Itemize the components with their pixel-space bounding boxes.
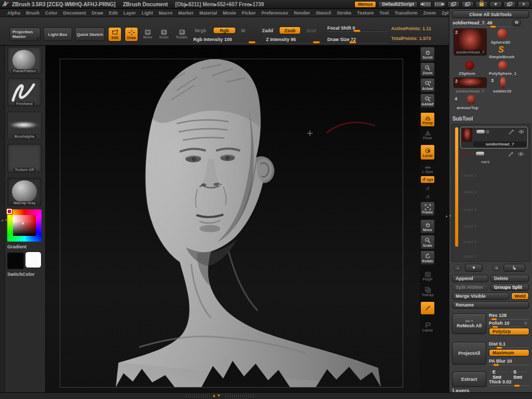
xyz-rotate-button[interactable]: ↺ xyz <box>420 176 435 183</box>
armourtop-icon[interactable] <box>467 95 475 104</box>
lsym-button[interactable]: L.Sym <box>420 164 435 175</box>
clone-all-subtools-button[interactable]: Clone All SubTools <box>452 10 529 18</box>
persp-button[interactable]: Persp <box>420 112 435 127</box>
zcut-button[interactable]: Zcut <box>304 28 318 34</box>
lasso-button[interactable]: Lasso <box>420 320 435 334</box>
focal-shift-slider[interactable]: Focal Shift 0 <box>326 25 388 32</box>
subtool-prev-button[interactable]: ◀ <box>492 264 500 271</box>
split-hidden-button[interactable]: Split Hidden <box>452 284 488 291</box>
menu-edit[interactable]: Edit <box>109 10 118 16</box>
default-zscript-button[interactable]: DefaultZScript <box>378 1 418 8</box>
current-alpha-thumbnail[interactable]: Brushalpha <box>7 112 42 139</box>
scale-view-button[interactable]: Scale <box>420 235 435 249</box>
menu-light[interactable]: Light <box>142 10 153 16</box>
rgb-button[interactable]: Rgb <box>213 27 236 34</box>
active-tool-thumbnail[interactable]: 2 soldierHead_7 <box>454 29 487 56</box>
main-color-swatch[interactable] <box>7 252 24 269</box>
current-texture-thumbnail[interactable]: Texture Off <box>7 144 42 172</box>
scale-button[interactable]: S Scale <box>157 27 170 42</box>
light-box-button[interactable]: Light Box <box>43 28 72 41</box>
edit-button[interactable]: Edit <box>108 27 122 42</box>
ears-eye-icon[interactable] <box>517 152 524 156</box>
subtool-item-faint-3[interactable]: head 4 <box>463 207 476 212</box>
projectall-button[interactable]: ProjectAll <box>452 342 486 365</box>
pager-right-button[interactable]: ∣∣∣∣▶ <box>433 1 446 8</box>
menu-draw[interactable]: Draw <box>92 10 103 16</box>
menu-texture[interactable]: Texture <box>357 10 374 16</box>
sphere3d-icon[interactable] <box>497 29 508 39</box>
delete-button[interactable]: Delete <box>490 275 529 282</box>
subtool-insert-button[interactable]: ↳ <box>503 264 525 272</box>
menu-stroke[interactable]: Stroke <box>337 10 351 16</box>
current-stroke-thumbnail[interactable]: Freehand <box>7 78 42 107</box>
pager-left-button[interactable]: ◀∣∣∣∣ <box>419 1 432 8</box>
eye-icon[interactable] <box>518 129 525 134</box>
menu-tool[interactable]: Tool <box>379 10 389 16</box>
menu-zoom[interactable]: Zoom <box>423 10 436 16</box>
e-smt-button[interactable]: E Smt <box>489 371 509 378</box>
weld-button[interactable]: Weld <box>511 292 529 300</box>
scroll-button[interactable]: Scroll <box>420 47 435 61</box>
menu-marker[interactable]: Marker <box>178 10 194 16</box>
tray-toggle-arrows[interactable]: ▲▼ <box>212 393 221 398</box>
floor-button[interactable]: Floor <box>420 128 435 141</box>
subtool-scrollbar[interactable] <box>455 127 458 247</box>
color-picker[interactable] <box>7 209 42 242</box>
menu-preferences[interactable]: Preferences <box>261 10 288 16</box>
rotate-button[interactable]: R Rotate <box>175 27 189 42</box>
subtool-item-faint-1[interactable]: head 2 <box>463 173 476 178</box>
frame-button[interactable]: Frame <box>420 202 435 216</box>
zoom-button[interactable]: Zoom <box>420 62 435 77</box>
zadd-button[interactable]: Zadd <box>259 28 276 34</box>
subtool-item-ears[interactable]: ears <box>460 150 528 168</box>
pa-blur-slider[interactable]: PA Blur 10 <box>489 358 529 365</box>
merge-visible-button[interactable]: Merge Visible <box>452 292 509 300</box>
zsub-button[interactable]: Zsub <box>279 26 301 34</box>
groups-split-button[interactable]: Groups Split <box>490 284 529 291</box>
current-tool-slider[interactable]: soldierHead_7. 49 <box>453 20 511 27</box>
menu-render[interactable]: Render <box>294 10 310 16</box>
subtool-header[interactable]: SubTool <box>453 116 473 122</box>
thick-slider[interactable]: Thick 0.02 <box>489 379 529 386</box>
soldierhead-thumbnail[interactable]: 2 <box>454 77 487 88</box>
lock-button[interactable] <box>475 1 488 8</box>
move-view-button[interactable]: Move <box>420 219 435 234</box>
current-brush-thumbnail[interactable]: PlanarFlatten <box>7 47 42 74</box>
restore-button[interactable] <box>503 1 516 8</box>
menu-color[interactable]: Color <box>45 10 58 16</box>
color-saturation-square[interactable] <box>13 215 36 236</box>
s-smt-button[interactable]: S Smt <box>510 371 529 378</box>
visibility-toggle[interactable] <box>476 130 485 134</box>
menus-button[interactable]: Menus <box>354 1 377 8</box>
menu-stencil[interactable]: Stencil <box>316 10 331 16</box>
toggle-off[interactable] <box>486 130 489 134</box>
aahalf-button[interactable]: AAHalf <box>420 94 435 108</box>
ears-visibility-toggle[interactable] <box>476 152 484 155</box>
subtool-item-faint-2[interactable]: head 3 <box>463 190 476 194</box>
rotate-view-button[interactable]: Rotate <box>420 250 435 265</box>
maximum-button[interactable]: Maximum <box>489 349 529 356</box>
r-button[interactable]: R <box>513 19 521 26</box>
document-canvas[interactable]: ZBrushWorkshops <box>46 46 420 392</box>
zsphere-icon[interactable] <box>465 61 474 70</box>
polysphere-icon[interactable] <box>498 61 508 70</box>
menu-alpha[interactable]: Alpha <box>7 10 20 16</box>
menu-picker[interactable]: Picker <box>242 10 256 16</box>
extract-button[interactable]: Extract <box>452 371 486 387</box>
actual-button[interactable]: Actual <box>420 78 435 92</box>
move-button[interactable]: M Move <box>141 27 154 42</box>
ears-pen-icon[interactable] <box>508 152 514 157</box>
subtool-item-faint-5[interactable]: head 6 <box>463 240 476 244</box>
ghost-orange-button[interactable] <box>420 301 435 315</box>
rotate-y-button[interactable]: ↺ <box>420 185 435 192</box>
left-tray-divider-icon[interactable]: ▲▼ <box>1 218 5 230</box>
tray-grip-left[interactable] <box>186 395 211 397</box>
rename-button[interactable]: Rename <box>452 301 529 309</box>
pen-icon[interactable] <box>509 129 515 135</box>
simplebrush-icon[interactable]: S <box>498 45 504 55</box>
menu-material[interactable]: Material <box>200 10 217 16</box>
cascade-windows-button[interactable] <box>461 1 474 8</box>
copy-config-button[interactable] <box>447 1 460 8</box>
res-slider[interactable]: Res 128 <box>489 313 529 320</box>
subtool-item-faint-6[interactable]: head 7 <box>463 254 476 259</box>
